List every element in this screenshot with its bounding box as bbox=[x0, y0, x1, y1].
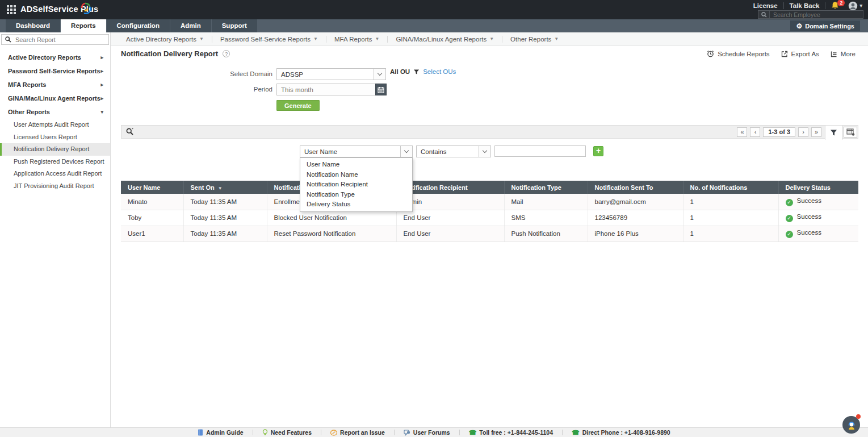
tab-admin[interactable]: Admin bbox=[170, 19, 211, 32]
admin-guide-link[interactable]: Admin Guide bbox=[188, 429, 252, 436]
success-check-icon: ✓ bbox=[786, 215, 793, 222]
catnav-password-self-service-reports[interactable]: Password Self-Service Reports▼ bbox=[212, 36, 326, 43]
report-search bbox=[1, 34, 109, 45]
employee-search-input[interactable] bbox=[770, 11, 863, 18]
table-row[interactable]: Toby Today 11:35 AM Blocked User Notific… bbox=[121, 210, 858, 226]
tab-support[interactable]: Support bbox=[212, 19, 257, 32]
first-page-button[interactable]: « bbox=[737, 127, 747, 137]
sidebar-item-other-reports[interactable]: Other Reports ▾ bbox=[0, 105, 110, 119]
filter-operator-select[interactable]: Contains bbox=[416, 145, 491, 157]
employee-search bbox=[758, 10, 863, 19]
export-icon bbox=[781, 51, 788, 57]
report-an-issue-link[interactable]: Report an Issue bbox=[321, 429, 394, 436]
add-filter-button[interactable]: + bbox=[593, 146, 603, 156]
col-user-name[interactable]: User Name bbox=[121, 181, 183, 194]
user-forums-link[interactable]: User Forums bbox=[395, 429, 459, 436]
calendar-button[interactable] bbox=[375, 84, 387, 95]
dropdown-option-notification-recipient[interactable]: Notification Recipient bbox=[300, 180, 412, 190]
select-ous-link[interactable]: Select OUs bbox=[423, 68, 456, 75]
col-notification-sent-to[interactable]: Notification Sent To bbox=[588, 181, 683, 194]
ou-scope: All OU Select OUs bbox=[390, 68, 456, 75]
main-content: Notification Delivery Report ? Schedule … bbox=[111, 46, 868, 427]
sidebar-item-user-attempts-audit-report[interactable]: User Attempts Audit Report bbox=[0, 119, 110, 131]
success-check-icon: ✓ bbox=[786, 199, 793, 206]
dropdown-option-notification-type[interactable]: Notification Type bbox=[300, 190, 412, 200]
more-icon bbox=[831, 51, 837, 57]
dropdown-option-delivery-status[interactable]: Delivery Status bbox=[300, 199, 412, 210]
period-input[interactable] bbox=[276, 84, 376, 95]
divider bbox=[783, 2, 784, 9]
chevron-down-icon: ▾ bbox=[100, 105, 103, 119]
gear-icon: ⚙ bbox=[796, 23, 802, 30]
need-features-link[interactable]: Need Features bbox=[253, 429, 321, 436]
schedule-reports-button[interactable]: Schedule Reports bbox=[707, 50, 769, 57]
sidebar-item-notification-delivery-report[interactable]: Notification Delivery Report bbox=[0, 143, 110, 156]
report-actions: Schedule Reports Export As More bbox=[707, 50, 856, 57]
report-search-input[interactable] bbox=[13, 36, 108, 43]
notifications-bell-icon[interactable]: 2 bbox=[831, 1, 842, 10]
col-delivery-status[interactable]: Delivery Status bbox=[778, 181, 858, 194]
search-icon bbox=[2, 35, 13, 45]
talkback-link[interactable]: Talk Back bbox=[790, 2, 820, 9]
filter-field-select[interactable]: User Name bbox=[300, 145, 413, 157]
people-icon bbox=[404, 430, 410, 436]
export-as-button[interactable]: Export As bbox=[781, 51, 819, 57]
pagination: « ‹ 1-3 of 3 › » bbox=[737, 127, 821, 137]
col-sent-on[interactable]: Sent On▼ bbox=[183, 181, 267, 194]
all-ou-label: All OU bbox=[390, 68, 410, 75]
sidebar-item-licensed-users-report[interactable]: Licensed Users Report bbox=[0, 131, 110, 144]
sidebar-item-gina-mac-linux-agent-reports[interactable]: GINA/Mac/Linux Agent Reports ▸ bbox=[0, 91, 110, 105]
chevron-right-icon: ▸ bbox=[100, 78, 103, 91]
last-page-button[interactable]: » bbox=[811, 127, 821, 137]
tab-reports[interactable]: Reports bbox=[61, 19, 106, 32]
sidebar-item-password-self-service-reports[interactable]: Password Self-Service Reports ▸ bbox=[0, 64, 110, 78]
catnav-gina-mac-linux-agent-reports[interactable]: GINA/Mac/Linux Agent Reports▼ bbox=[388, 36, 502, 43]
generate-button[interactable]: Generate bbox=[276, 100, 320, 111]
sidebar-item-mfa-reports[interactable]: MFA Reports ▸ bbox=[0, 78, 110, 91]
catnav-mfa-reports[interactable]: MFA Reports▼ bbox=[326, 36, 387, 43]
pagination-range-label: 1-3 of 3 bbox=[763, 127, 795, 137]
chevron-down-icon: ▾ bbox=[859, 3, 862, 9]
help-icon[interactable]: ? bbox=[223, 50, 230, 57]
chat-alert-dot bbox=[856, 414, 861, 419]
prev-page-button[interactable]: ‹ bbox=[750, 127, 760, 137]
domain-settings-button[interactable]: ⚙ Domain Settings bbox=[790, 20, 860, 31]
filter-value-input[interactable] bbox=[494, 145, 586, 157]
next-page-button[interactable]: › bbox=[798, 127, 808, 137]
col-no-of-notifications[interactable]: No. of Notifications bbox=[683, 181, 778, 194]
tab-configuration[interactable]: Configuration bbox=[107, 19, 170, 32]
filter-funnel-icon bbox=[830, 129, 837, 136]
table-search-icon[interactable] bbox=[126, 128, 134, 138]
catnav-active-directory-reports[interactable]: Active Directory Reports▼ bbox=[118, 36, 212, 43]
dropdown-option-user-name[interactable]: User Name bbox=[300, 160, 412, 170]
account-menu[interactable]: ▾ bbox=[848, 1, 862, 11]
column-chooser-button[interactable] bbox=[844, 127, 857, 138]
dropdown-option-notification-name[interactable]: Notification Name bbox=[300, 170, 412, 180]
sidebar-item-application-access-audit-report[interactable]: Application Access Audit Report bbox=[0, 168, 110, 180]
alarm-clock-icon bbox=[707, 50, 714, 57]
license-link[interactable]: License bbox=[753, 2, 778, 9]
phone-icon: ☎ bbox=[572, 429, 580, 436]
sidebar-item-active-directory-reports[interactable]: Active Directory Reports ▸ bbox=[0, 51, 110, 64]
table-row[interactable]: User1 Today 11:35 AM Reset Password Noti… bbox=[121, 226, 858, 242]
table-row[interactable]: Minato Today 11:35 AM Enrollment Notific… bbox=[121, 194, 858, 210]
domain-select[interactable]: ADSSP bbox=[276, 68, 386, 80]
filter-funnel-icon[interactable] bbox=[413, 69, 420, 75]
chevron-down-icon bbox=[479, 146, 490, 157]
chevron-down-icon: ▼ bbox=[199, 36, 204, 41]
sidebar-item-push-registered-devices-report[interactable]: Push Registered Devices Report bbox=[0, 156, 110, 168]
filter-toggle-button[interactable] bbox=[825, 126, 842, 140]
app-grid-icon[interactable] bbox=[7, 5, 16, 14]
catnav-other-reports[interactable]: Other Reports▼ bbox=[502, 36, 567, 43]
table-header-row: User Name Sent On▼ Notification Name Not… bbox=[121, 181, 858, 194]
bulb-icon bbox=[262, 429, 268, 436]
support-agent-icon bbox=[846, 420, 857, 430]
notification-count-badge: 2 bbox=[837, 0, 845, 6]
col-notification-type[interactable]: Notification Type bbox=[504, 181, 588, 194]
chevron-down-icon bbox=[400, 146, 412, 157]
filter-field-dropdown: User Name Notification Name Notification… bbox=[300, 157, 413, 212]
more-button[interactable]: More bbox=[831, 51, 856, 57]
sidebar-item-jit-provisioning-audit-report[interactable]: JIT Provisioning Audit Report bbox=[0, 180, 110, 193]
topbar: ADSelfService Plus License Talk Back 2 ▾ bbox=[0, 0, 868, 19]
tab-dashboard[interactable]: Dashboard bbox=[6, 19, 60, 32]
